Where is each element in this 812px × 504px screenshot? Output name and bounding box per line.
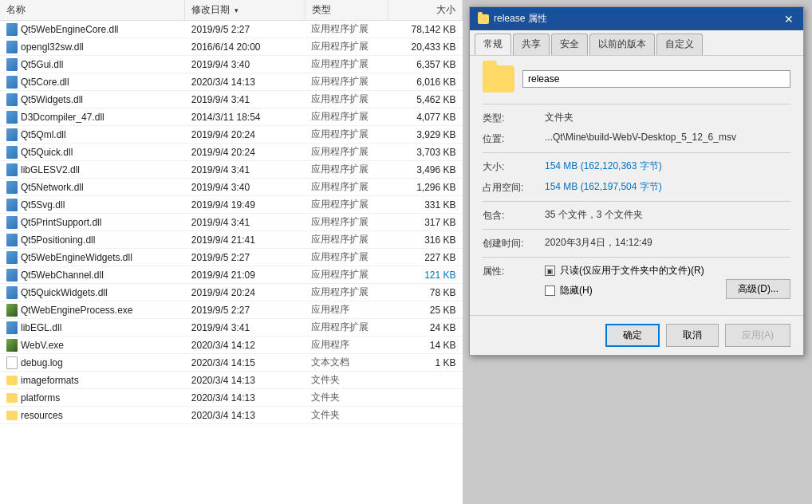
file-kind: 文件夹 [305, 407, 388, 424]
readonly-checkbox-box[interactable]: ▣ [545, 266, 555, 276]
table-row[interactable]: Qt5Quick.dll 2019/9/4 20:24 应用程序扩展 3,703… [0, 144, 463, 161]
table-row[interactable]: libGLESV2.dll 2019/9/4 3:41 应用程序扩展 3,496… [0, 161, 463, 179]
table-row[interactable]: Qt5Qml.dll 2019/9/4 20:24 应用程序扩展 3,929 K… [0, 126, 463, 144]
readonly-label: 只读(仅应用于文件夹中的文件)(R) [560, 264, 704, 278]
advanced-button[interactable]: 高级(D)... [726, 279, 790, 299]
table-row[interactable]: D3Dcompiler_47.dll 2014/3/11 18:54 应用程序扩… [0, 108, 463, 126]
prop-size-value: 154 MB (162,120,363 字节) [545, 159, 790, 173]
dialog-titlebar: release 属性 ✕ [470, 7, 803, 30]
file-date: 2016/6/14 20:00 [185, 38, 305, 56]
file-name-cell: debug.log [0, 354, 185, 372]
file-icon [6, 41, 18, 53]
hidden-checkbox-box[interactable] [545, 285, 555, 296]
col-header-type[interactable]: 类型 [305, 0, 388, 21]
prop-attributes: 属性: ▣ 只读(仅应用于文件夹中的文件)(R) 隐藏(H) 高级(D)... [483, 264, 790, 299]
file-kind: 应用程序扩展 [305, 214, 388, 231]
prop-type-label: 类型: [483, 111, 538, 125]
file-size: 1,296 KB [388, 179, 463, 196]
file-name: Qt5Positioning.dll [21, 234, 95, 246]
file-kind: 应用程序扩展 [305, 319, 388, 337]
col-header-name[interactable]: 名称 [0, 0, 185, 21]
file-name: libEGL.dll [21, 322, 61, 333]
ok-button[interactable]: 确定 [605, 324, 660, 347]
folder-name-input[interactable] [522, 70, 790, 88]
prop-type: 类型: 文件夹 [483, 111, 790, 125]
file-name-cell: Qt5WebEngineWidgets.dll [0, 249, 185, 266]
table-row[interactable]: Qt5PrintSupport.dll 2019/9/4 3:41 应用程序扩展… [0, 214, 463, 231]
table-row[interactable]: Qt5Widgets.dll 2019/9/4 3:41 应用程序扩展 5,46… [0, 91, 463, 108]
prop-location: 位置: ...Qt\Mine\build-WebV-Desktop_5_12_6… [483, 132, 790, 146]
file-date: 2020/3/4 14:12 [185, 337, 305, 354]
prop-created-value: 2020年3月4日，14:12:49 [545, 236, 790, 250]
file-date: 2019/9/4 20:24 [185, 284, 305, 301]
tab-general[interactable]: 常规 [475, 33, 511, 55]
prop-disk-size-value: 154 MB (162,197,504 字节) [545, 180, 790, 194]
file-size: 5,462 KB [388, 91, 463, 108]
table-row[interactable]: platforms 2020/3/4 14:13 文件夹 [0, 389, 463, 407]
table-row[interactable]: Qt5Gui.dll 2019/9/4 3:40 应用程序扩展 6,357 KB [0, 56, 463, 73]
file-kind: 应用程序扩展 [305, 266, 388, 284]
file-date: 2019/9/4 19:49 [185, 196, 305, 214]
file-explorer: 名称 修改日期 ▾ 类型 大小 Qt5WebEngineCore.dll [0, 0, 463, 504]
col-header-size[interactable]: 大小 [388, 0, 463, 21]
table-row[interactable]: Qt5Positioning.dll 2019/9/4 21:41 应用程序扩展… [0, 231, 463, 249]
tab-custom[interactable]: 自定义 [656, 33, 703, 55]
file-size: 78 KB [388, 284, 463, 301]
file-date: 2014/3/11 18:54 [185, 108, 305, 126]
table-row[interactable]: WebV.exe 2020/3/4 14:12 应用程序 14 KB [0, 337, 463, 354]
prop-size-label: 大小: [483, 159, 538, 174]
file-date: 2020/3/4 14:13 [185, 73, 305, 91]
table-row[interactable]: Qt5WebEngineWidgets.dll 2019/9/5 2:27 应用… [0, 249, 463, 266]
table-row[interactable]: libEGL.dll 2019/9/4 3:41 应用程序扩展 24 KB [0, 319, 463, 337]
file-name-cell: Qt5Svg.dll [0, 196, 185, 214]
file-icon [6, 339, 18, 352]
file-name: Qt5Network.dll [21, 182, 84, 193]
dialog-close-button[interactable]: ✕ [782, 13, 795, 26]
file-name-cell: opengl32sw.dll [0, 38, 185, 56]
table-row[interactable]: Qt5QuickWidgets.dll 2019/9/4 20:24 应用程序扩… [0, 284, 463, 301]
table-row[interactable]: Qt5Svg.dll 2019/9/4 19:49 应用程序扩展 331 KB [0, 196, 463, 214]
file-kind: 应用程序扩展 [305, 161, 388, 179]
table-row[interactable]: Qt5WebChannel.dll 2019/9/4 21:09 应用程序扩展 … [0, 266, 463, 284]
tab-share[interactable]: 共享 [513, 33, 550, 55]
prop-contains: 包含: 35 个文件，3 个文件夹 [483, 208, 790, 222]
table-row[interactable]: opengl32sw.dll 2016/6/14 20:00 应用程序扩展 20… [0, 38, 463, 56]
tab-previous-versions[interactable]: 以前的版本 [589, 33, 655, 55]
file-size: 25 KB [388, 301, 463, 319]
file-icon [6, 304, 18, 317]
divider-4 [483, 229, 790, 230]
file-kind: 应用程序扩展 [305, 56, 388, 73]
file-name-cell: Qt5Network.dll [0, 179, 185, 196]
dialog-footer: 确定 取消 应用(A) [470, 315, 803, 355]
apply-button[interactable]: 应用(A) [725, 324, 790, 347]
prop-location-value: ...Qt\Mine\build-WebV-Desktop_5_12_6_msv [545, 132, 768, 143]
file-name-cell: imageformats [0, 372, 185, 389]
file-size: 20,433 KB [388, 38, 463, 56]
table-row[interactable]: Qt5Network.dll 2019/9/4 3:40 应用程序扩展 1,29… [0, 179, 463, 196]
file-name-cell: Qt5PrintSupport.dll [0, 214, 185, 231]
file-name: debug.log [21, 357, 63, 368]
table-row[interactable]: Qt5Core.dll 2020/3/4 14:13 应用程序扩展 6,016 … [0, 73, 463, 91]
file-kind: 应用程序 [305, 337, 388, 354]
attributes-section: 属性: ▣ 只读(仅应用于文件夹中的文件)(R) 隐藏(H) 高级(D)... [483, 264, 790, 299]
file-date: 2020/3/4 14:13 [185, 407, 305, 424]
file-name-cell: Qt5Quick.dll [0, 144, 185, 161]
file-name-cell: Qt5Widgets.dll [0, 91, 185, 108]
table-row[interactable]: resources 2020/3/4 14:13 文件夹 [0, 407, 463, 424]
table-row[interactable]: QtWebEngineProcess.exe 2019/9/5 2:27 应用程… [0, 301, 463, 319]
file-size: 121 KB [388, 266, 463, 284]
file-size: 227 KB [388, 249, 463, 266]
col-header-date[interactable]: 修改日期 ▾ [185, 0, 305, 21]
file-size [388, 389, 463, 407]
file-icon [6, 321, 18, 334]
cancel-button[interactable]: 取消 [666, 324, 719, 347]
prop-created-label: 创建时间: [483, 236, 538, 250]
file-name-cell: QtWebEngineProcess.exe [0, 301, 185, 319]
file-name: Qt5WebEngineWidgets.dll [21, 252, 132, 263]
tab-security[interactable]: 安全 [551, 33, 588, 55]
dialog-title-text: release 属性 [494, 12, 547, 26]
table-row[interactable]: Qt5WebEngineCore.dll 2019/9/5 2:27 应用程序扩… [0, 21, 463, 38]
table-row[interactable]: imageformats 2020/3/4 14:13 文件夹 [0, 372, 463, 389]
table-row[interactable]: debug.log 2020/3/4 14:15 文本文档 1 KB [0, 354, 463, 372]
file-date: 2020/3/4 14:13 [185, 389, 305, 407]
